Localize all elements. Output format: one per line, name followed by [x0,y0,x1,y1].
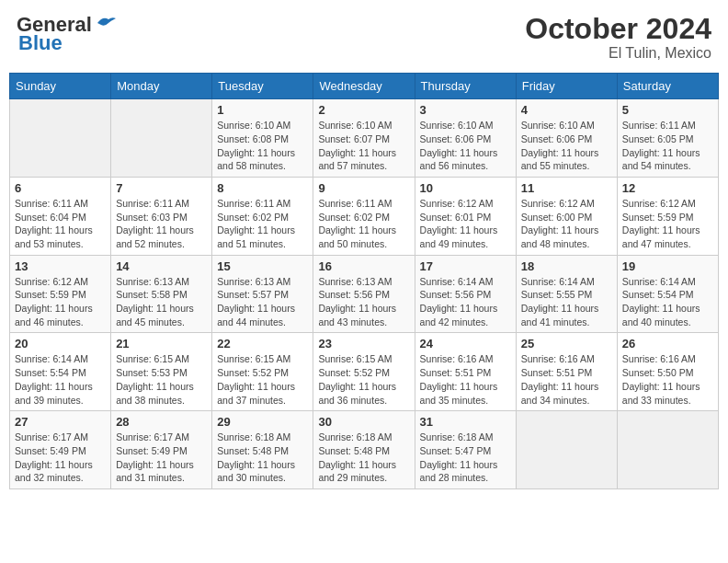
day-number: 7 [116,181,207,195]
weekday-header-sunday: Sunday [10,74,111,99]
day-number: 6 [15,181,106,195]
calendar-cell: 31Sunrise: 6:18 AMSunset: 5:47 PMDayligh… [415,411,516,489]
calendar-cell: 15Sunrise: 6:13 AMSunset: 5:57 PMDayligh… [212,255,313,333]
day-number: 3 [420,103,511,117]
day-number: 16 [318,259,409,273]
day-detail: Sunrise: 6:12 AMSunset: 5:59 PMDaylight:… [15,275,106,329]
day-detail: Sunrise: 6:18 AMSunset: 5:47 PMDaylight:… [420,431,511,485]
calendar-cell [10,99,111,178]
day-number: 25 [521,337,612,350]
day-detail: Sunrise: 6:11 AMSunset: 6:02 PMDaylight:… [318,197,409,251]
day-detail: Sunrise: 6:15 AMSunset: 5:52 PMDaylight:… [318,352,409,407]
day-detail: Sunrise: 6:11 AMSunset: 6:03 PMDaylight:… [116,197,207,251]
day-number: 14 [116,259,207,273]
day-detail: Sunrise: 6:14 AMSunset: 5:54 PMDaylight:… [15,352,106,407]
calendar-cell: 6Sunrise: 6:11 AMSunset: 6:04 PMDaylight… [10,177,111,255]
day-detail: Sunrise: 6:16 AMSunset: 5:50 PMDaylight:… [622,352,713,407]
day-detail: Sunrise: 6:12 AMSunset: 6:01 PMDaylight:… [420,197,511,251]
day-detail: Sunrise: 6:15 AMSunset: 5:53 PMDaylight:… [116,352,207,407]
calendar-cell: 11Sunrise: 6:12 AMSunset: 6:00 PMDayligh… [516,177,617,255]
day-detail: Sunrise: 6:10 AMSunset: 6:06 PMDaylight:… [420,119,511,173]
weekday-header-saturday: Saturday [617,74,718,99]
day-number: 13 [15,259,106,273]
day-number: 19 [622,259,713,273]
calendar-cell: 20Sunrise: 6:14 AMSunset: 5:54 PMDayligh… [10,333,111,411]
day-detail: Sunrise: 6:11 AMSunset: 6:04 PMDaylight:… [15,197,106,251]
day-detail: Sunrise: 6:12 AMSunset: 6:00 PMDaylight:… [521,197,612,251]
calendar-cell: 27Sunrise: 6:17 AMSunset: 5:49 PMDayligh… [10,411,111,489]
calendar-cell: 29Sunrise: 6:18 AMSunset: 5:48 PMDayligh… [212,411,313,489]
day-number: 23 [318,337,409,350]
calendar-cell: 26Sunrise: 6:16 AMSunset: 5:50 PMDayligh… [617,333,718,411]
calendar-cell: 28Sunrise: 6:17 AMSunset: 5:49 PMDayligh… [111,411,212,489]
day-detail: Sunrise: 6:15 AMSunset: 5:52 PMDaylight:… [217,352,308,407]
calendar-cell: 7Sunrise: 6:11 AMSunset: 6:03 PMDaylight… [111,177,212,255]
day-detail: Sunrise: 6:13 AMSunset: 5:56 PMDaylight:… [318,275,409,329]
day-detail: Sunrise: 6:12 AMSunset: 5:59 PMDaylight:… [622,197,713,251]
day-number: 30 [318,415,409,429]
day-detail: Sunrise: 6:17 AMSunset: 5:49 PMDaylight:… [15,431,106,485]
day-number: 5 [622,103,713,117]
day-number: 29 [217,415,308,429]
day-number: 9 [318,181,409,195]
day-number: 31 [420,415,511,429]
day-detail: Sunrise: 6:16 AMSunset: 5:51 PMDaylight:… [420,352,511,407]
day-detail: Sunrise: 6:10 AMSunset: 6:08 PMDaylight:… [217,119,308,173]
day-number: 1 [217,103,308,117]
calendar-cell: 8Sunrise: 6:11 AMSunset: 6:02 PMDaylight… [212,177,313,255]
calendar-cell: 24Sunrise: 6:16 AMSunset: 5:51 PMDayligh… [415,333,516,411]
calendar-week-row: 13Sunrise: 6:12 AMSunset: 5:59 PMDayligh… [10,255,719,333]
calendar-cell: 16Sunrise: 6:13 AMSunset: 5:56 PMDayligh… [313,255,415,333]
day-number: 21 [116,337,207,350]
calendar-cell: 4Sunrise: 6:10 AMSunset: 6:06 PMDaylight… [516,99,617,178]
calendar-cell: 13Sunrise: 6:12 AMSunset: 5:59 PMDayligh… [10,255,111,333]
calendar-week-row: 27Sunrise: 6:17 AMSunset: 5:49 PMDayligh… [10,411,719,489]
calendar-cell: 5Sunrise: 6:11 AMSunset: 6:05 PMDaylight… [617,99,718,178]
weekday-header-wednesday: Wednesday [313,74,415,99]
calendar-cell: 3Sunrise: 6:10 AMSunset: 6:06 PMDaylight… [415,99,516,178]
calendar-cell: 2Sunrise: 6:10 AMSunset: 6:07 PMDaylight… [313,99,415,178]
day-detail: Sunrise: 6:18 AMSunset: 5:48 PMDaylight:… [318,431,409,485]
weekday-header-tuesday: Tuesday [212,74,313,99]
day-detail: Sunrise: 6:18 AMSunset: 5:48 PMDaylight:… [217,431,308,485]
calendar-week-row: 20Sunrise: 6:14 AMSunset: 5:54 PMDayligh… [10,333,719,411]
calendar-cell [111,99,212,178]
day-number: 18 [521,259,612,273]
calendar-cell: 25Sunrise: 6:16 AMSunset: 5:51 PMDayligh… [516,333,617,411]
day-number: 27 [15,415,106,429]
day-detail: Sunrise: 6:16 AMSunset: 5:51 PMDaylight:… [521,352,612,407]
calendar-cell: 14Sunrise: 6:13 AMSunset: 5:58 PMDayligh… [111,255,212,333]
day-number: 2 [318,103,409,117]
page-header: General Blue October 2024 El Tulin, Mexi… [9,9,719,65]
weekday-header-monday: Monday [111,74,212,99]
day-number: 26 [622,337,713,350]
day-number: 28 [116,415,207,429]
day-detail: Sunrise: 6:13 AMSunset: 5:58 PMDaylight:… [116,275,207,329]
day-detail: Sunrise: 6:14 AMSunset: 5:56 PMDaylight:… [420,275,511,329]
calendar-cell: 1Sunrise: 6:10 AMSunset: 6:08 PMDaylight… [212,99,313,178]
location-subtitle: El Tulin, Mexico [525,45,711,62]
day-number: 20 [15,337,106,350]
day-number: 17 [420,259,511,273]
calendar-cell [617,411,718,489]
weekday-header-thursday: Thursday [415,74,516,99]
calendar-cell: 30Sunrise: 6:18 AMSunset: 5:48 PMDayligh… [313,411,415,489]
calendar-cell: 9Sunrise: 6:11 AMSunset: 6:02 PMDaylight… [313,177,415,255]
calendar-cell: 10Sunrise: 6:12 AMSunset: 6:01 PMDayligh… [415,177,516,255]
day-detail: Sunrise: 6:11 AMSunset: 6:02 PMDaylight:… [217,197,308,251]
calendar-cell: 23Sunrise: 6:15 AMSunset: 5:52 PMDayligh… [313,333,415,411]
day-detail: Sunrise: 6:10 AMSunset: 6:06 PMDaylight:… [521,119,612,173]
calendar-cell: 17Sunrise: 6:14 AMSunset: 5:56 PMDayligh… [415,255,516,333]
calendar-cell: 19Sunrise: 6:14 AMSunset: 5:54 PMDayligh… [617,255,718,333]
calendar-table: SundayMondayTuesdayWednesdayThursdayFrid… [9,73,719,489]
calendar-cell: 18Sunrise: 6:14 AMSunset: 5:55 PMDayligh… [516,255,617,333]
weekday-header-row: SundayMondayTuesdayWednesdayThursdayFrid… [10,74,719,99]
calendar-cell: 22Sunrise: 6:15 AMSunset: 5:52 PMDayligh… [212,333,313,411]
calendar-cell: 21Sunrise: 6:15 AMSunset: 5:53 PMDayligh… [111,333,212,411]
calendar-cell: 12Sunrise: 6:12 AMSunset: 5:59 PMDayligh… [617,177,718,255]
day-number: 10 [420,181,511,195]
calendar-week-row: 1Sunrise: 6:10 AMSunset: 6:08 PMDaylight… [10,99,719,178]
day-number: 4 [521,103,612,117]
day-detail: Sunrise: 6:13 AMSunset: 5:57 PMDaylight:… [217,275,308,329]
title-block: October 2024 El Tulin, Mexico [525,13,711,62]
